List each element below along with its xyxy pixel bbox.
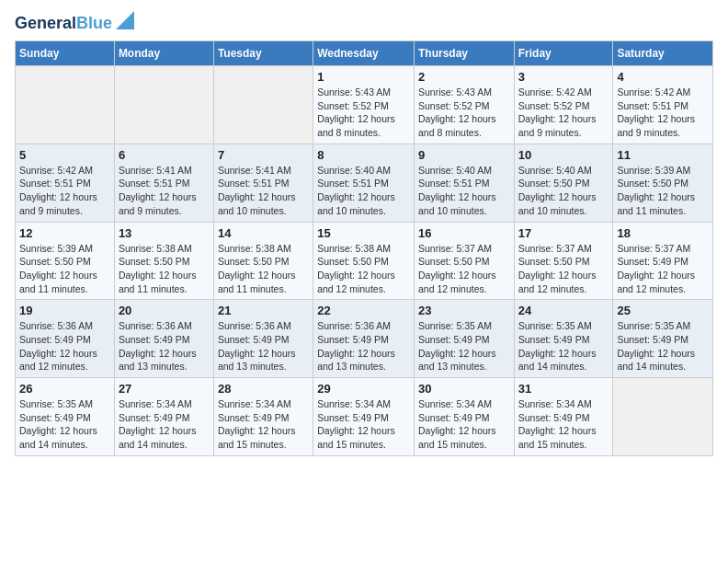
calendar-cell: 10Sunrise: 5:40 AMSunset: 5:50 PMDayligh… bbox=[514, 144, 613, 222]
day-number: 23 bbox=[418, 304, 510, 317]
day-number: 24 bbox=[518, 304, 609, 317]
calendar-cell: 19Sunrise: 5:36 AMSunset: 5:49 PMDayligh… bbox=[16, 300, 115, 378]
calendar-cell: 11Sunrise: 5:39 AMSunset: 5:50 PMDayligh… bbox=[613, 144, 713, 222]
day-info: Sunrise: 5:38 AMSunset: 5:50 PMDaylight:… bbox=[218, 242, 309, 296]
weekday-header-monday: Monday bbox=[114, 41, 213, 66]
calendar-table: SundayMondayTuesdayWednesdayThursdayFrid… bbox=[15, 40, 713, 456]
calendar-cell: 1Sunrise: 5:43 AMSunset: 5:52 PMDaylight… bbox=[313, 66, 415, 144]
day-number: 15 bbox=[317, 226, 410, 240]
calendar-cell: 9Sunrise: 5:40 AMSunset: 5:51 PMDaylight… bbox=[414, 144, 514, 222]
day-number: 10 bbox=[518, 148, 609, 162]
calendar-cell: 25Sunrise: 5:35 AMSunset: 5:49 PMDayligh… bbox=[613, 300, 713, 378]
calendar-cell: 20Sunrise: 5:36 AMSunset: 5:49 PMDayligh… bbox=[114, 300, 213, 378]
day-info: Sunrise: 5:34 AMSunset: 5:49 PMDaylight:… bbox=[119, 397, 210, 452]
day-number: 26 bbox=[19, 382, 110, 396]
calendar-week-row: 5Sunrise: 5:42 AMSunset: 5:51 PMDaylight… bbox=[16, 144, 713, 222]
day-number: 30 bbox=[418, 382, 510, 396]
day-number: 19 bbox=[19, 304, 110, 317]
calendar-week-row: 1Sunrise: 5:43 AMSunset: 5:52 PMDaylight… bbox=[16, 66, 713, 144]
day-number: 12 bbox=[19, 226, 110, 240]
calendar-cell: 18Sunrise: 5:37 AMSunset: 5:49 PMDayligh… bbox=[613, 222, 713, 300]
day-number: 17 bbox=[518, 226, 609, 240]
day-info: Sunrise: 5:35 AMSunset: 5:49 PMDaylight:… bbox=[518, 319, 609, 373]
weekday-header-thursday: Thursday bbox=[414, 41, 514, 66]
svg-marker-0 bbox=[116, 11, 134, 29]
day-number: 14 bbox=[218, 226, 309, 240]
day-info: Sunrise: 5:37 AMSunset: 5:49 PMDaylight:… bbox=[617, 242, 709, 296]
day-info: Sunrise: 5:42 AMSunset: 5:51 PMDaylight:… bbox=[19, 164, 110, 218]
day-number: 21 bbox=[218, 304, 309, 317]
day-info: Sunrise: 5:34 AMSunset: 5:49 PMDaylight:… bbox=[218, 397, 309, 452]
calendar-cell: 12Sunrise: 5:39 AMSunset: 5:50 PMDayligh… bbox=[16, 222, 115, 300]
day-info: Sunrise: 5:34 AMSunset: 5:49 PMDaylight:… bbox=[518, 397, 609, 452]
calendar-cell: 27Sunrise: 5:34 AMSunset: 5:49 PMDayligh… bbox=[114, 378, 213, 456]
calendar-cell bbox=[213, 66, 313, 144]
day-info: Sunrise: 5:37 AMSunset: 5:50 PMDaylight:… bbox=[518, 242, 609, 296]
calendar-cell: 8Sunrise: 5:40 AMSunset: 5:51 PMDaylight… bbox=[313, 144, 415, 222]
calendar-cell: 23Sunrise: 5:35 AMSunset: 5:49 PMDayligh… bbox=[414, 300, 514, 378]
day-info: Sunrise: 5:42 AMSunset: 5:52 PMDaylight:… bbox=[518, 86, 609, 140]
day-info: Sunrise: 5:35 AMSunset: 5:49 PMDaylight:… bbox=[617, 319, 709, 373]
day-number: 9 bbox=[418, 148, 510, 162]
day-info: Sunrise: 5:36 AMSunset: 5:49 PMDaylight:… bbox=[119, 319, 210, 373]
day-info: Sunrise: 5:38 AMSunset: 5:50 PMDaylight:… bbox=[119, 242, 210, 296]
weekday-header-wednesday: Wednesday bbox=[313, 41, 415, 66]
calendar-cell bbox=[613, 378, 713, 456]
calendar-cell bbox=[114, 66, 213, 144]
day-number: 31 bbox=[518, 382, 609, 396]
calendar-cell: 7Sunrise: 5:41 AMSunset: 5:51 PMDaylight… bbox=[213, 144, 313, 222]
day-info: Sunrise: 5:36 AMSunset: 5:49 PMDaylight:… bbox=[218, 319, 309, 373]
calendar-cell: 24Sunrise: 5:35 AMSunset: 5:49 PMDayligh… bbox=[514, 300, 613, 378]
day-number: 29 bbox=[317, 382, 410, 396]
day-info: Sunrise: 5:38 AMSunset: 5:50 PMDaylight:… bbox=[317, 242, 410, 296]
calendar-cell: 29Sunrise: 5:34 AMSunset: 5:49 PMDayligh… bbox=[313, 378, 415, 456]
day-info: Sunrise: 5:42 AMSunset: 5:51 PMDaylight:… bbox=[617, 86, 709, 140]
day-number: 22 bbox=[317, 304, 410, 317]
calendar-cell: 15Sunrise: 5:38 AMSunset: 5:50 PMDayligh… bbox=[313, 222, 415, 300]
calendar-cell: 28Sunrise: 5:34 AMSunset: 5:49 PMDayligh… bbox=[213, 378, 313, 456]
day-info: Sunrise: 5:39 AMSunset: 5:50 PMDaylight:… bbox=[617, 164, 709, 218]
day-info: Sunrise: 5:34 AMSunset: 5:49 PMDaylight:… bbox=[418, 397, 510, 452]
weekday-header-saturday: Saturday bbox=[613, 41, 713, 66]
logo-icon bbox=[116, 11, 134, 29]
day-number: 5 bbox=[19, 148, 110, 162]
calendar-cell: 31Sunrise: 5:34 AMSunset: 5:49 PMDayligh… bbox=[514, 378, 613, 456]
day-number: 4 bbox=[617, 70, 709, 84]
calendar-header-row: SundayMondayTuesdayWednesdayThursdayFrid… bbox=[16, 41, 713, 66]
logo-text: GeneralBlue bbox=[15, 15, 112, 33]
day-info: Sunrise: 5:43 AMSunset: 5:52 PMDaylight:… bbox=[418, 86, 510, 140]
day-number: 3 bbox=[518, 70, 609, 84]
calendar-cell: 14Sunrise: 5:38 AMSunset: 5:50 PMDayligh… bbox=[213, 222, 313, 300]
weekday-header-sunday: Sunday bbox=[16, 41, 115, 66]
calendar-cell: 4Sunrise: 5:42 AMSunset: 5:51 PMDaylight… bbox=[613, 66, 713, 144]
day-info: Sunrise: 5:34 AMSunset: 5:49 PMDaylight:… bbox=[317, 397, 410, 452]
day-number: 11 bbox=[617, 148, 709, 162]
day-info: Sunrise: 5:35 AMSunset: 5:49 PMDaylight:… bbox=[418, 319, 510, 373]
calendar-cell: 3Sunrise: 5:42 AMSunset: 5:52 PMDaylight… bbox=[514, 66, 613, 144]
calendar-cell: 6Sunrise: 5:41 AMSunset: 5:51 PMDaylight… bbox=[114, 144, 213, 222]
day-number: 6 bbox=[119, 148, 210, 162]
calendar-cell: 30Sunrise: 5:34 AMSunset: 5:49 PMDayligh… bbox=[414, 378, 514, 456]
calendar-week-row: 26Sunrise: 5:35 AMSunset: 5:49 PMDayligh… bbox=[16, 378, 713, 456]
day-number: 27 bbox=[119, 382, 210, 396]
day-info: Sunrise: 5:40 AMSunset: 5:50 PMDaylight:… bbox=[518, 164, 609, 218]
day-number: 28 bbox=[218, 382, 309, 396]
day-number: 1 bbox=[317, 70, 410, 84]
calendar-cell: 22Sunrise: 5:36 AMSunset: 5:49 PMDayligh… bbox=[313, 300, 415, 378]
day-info: Sunrise: 5:43 AMSunset: 5:52 PMDaylight:… bbox=[317, 86, 410, 140]
day-number: 20 bbox=[119, 304, 210, 317]
calendar-cell: 21Sunrise: 5:36 AMSunset: 5:49 PMDayligh… bbox=[213, 300, 313, 378]
logo: GeneralBlue bbox=[15, 15, 134, 33]
day-info: Sunrise: 5:39 AMSunset: 5:50 PMDaylight:… bbox=[19, 242, 110, 296]
day-number: 8 bbox=[317, 148, 410, 162]
day-info: Sunrise: 5:37 AMSunset: 5:50 PMDaylight:… bbox=[418, 242, 510, 296]
calendar-week-row: 12Sunrise: 5:39 AMSunset: 5:50 PMDayligh… bbox=[16, 222, 713, 300]
calendar-week-row: 19Sunrise: 5:36 AMSunset: 5:49 PMDayligh… bbox=[16, 300, 713, 378]
day-number: 25 bbox=[617, 304, 709, 317]
day-number: 16 bbox=[418, 226, 510, 240]
page-header: GeneralBlue bbox=[15, 15, 713, 33]
day-info: Sunrise: 5:40 AMSunset: 5:51 PMDaylight:… bbox=[317, 164, 410, 218]
calendar-cell: 5Sunrise: 5:42 AMSunset: 5:51 PMDaylight… bbox=[16, 144, 115, 222]
day-number: 13 bbox=[119, 226, 210, 240]
day-number: 18 bbox=[617, 226, 709, 240]
